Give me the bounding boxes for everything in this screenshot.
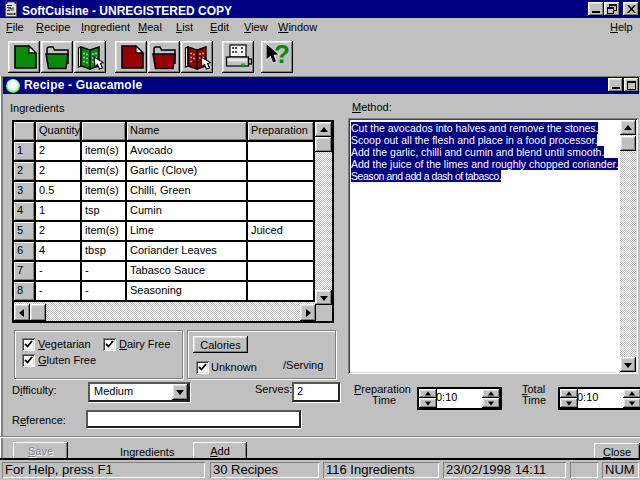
svg-text:?: ?: [274, 43, 290, 69]
